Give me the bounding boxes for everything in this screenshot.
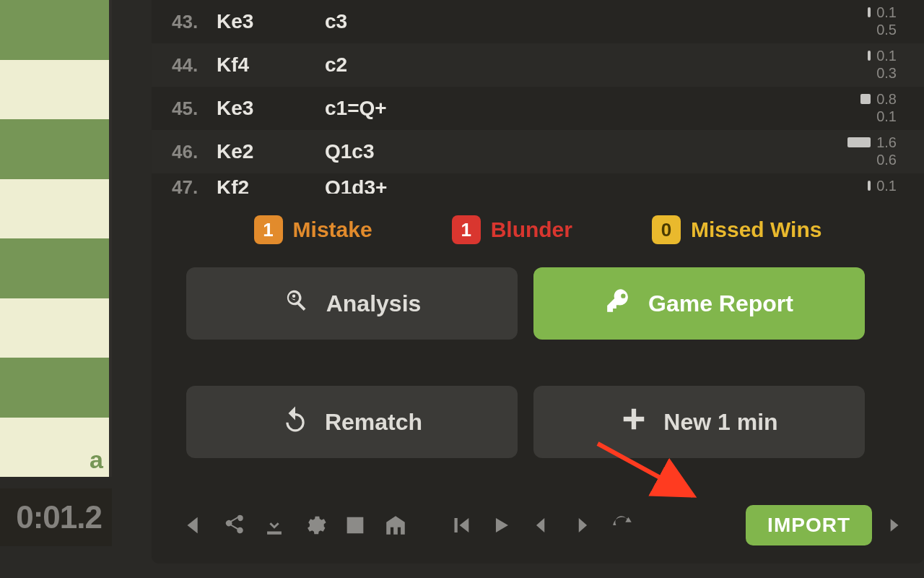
- black-move[interactable]: Q1d3+: [325, 176, 387, 194]
- analysis-button[interactable]: Analysis: [186, 267, 518, 340]
- move-row[interactable]: 45.Ke3c1=Q+0.80.1: [152, 87, 924, 130]
- game-report-label: Game Report: [648, 290, 793, 317]
- missed-count: 0: [652, 215, 681, 244]
- eval-value: 0.1: [876, 108, 897, 124]
- blunder-label: Blunder: [491, 217, 572, 242]
- key-icon: [605, 287, 632, 320]
- square[interactable]: [0, 60, 109, 120]
- next-move-icon[interactable]: [562, 508, 602, 543]
- import-label: IMPORT: [767, 514, 850, 536]
- blunder-chip[interactable]: 1 Blunder: [452, 215, 572, 244]
- nav-prev-icon[interactable]: [173, 508, 214, 543]
- import-button[interactable]: IMPORT: [746, 505, 872, 545]
- blunder-count: 1: [452, 215, 481, 244]
- play-icon[interactable]: [481, 508, 521, 543]
- square[interactable]: [0, 298, 109, 358]
- analysis-label: Analysis: [326, 290, 422, 317]
- square[interactable]: [0, 0, 109, 60]
- magnify-icon: [283, 287, 310, 320]
- new-game-label: New 1 min: [663, 409, 777, 436]
- white-move[interactable]: Ke3: [217, 97, 325, 120]
- white-move[interactable]: Kf2: [217, 176, 325, 194]
- undo-icon: [282, 405, 309, 439]
- square[interactable]: [0, 119, 109, 179]
- square[interactable]: [0, 179, 109, 239]
- mistake-chip[interactable]: 1 Mistake: [254, 215, 372, 244]
- eval-column: 0.80.1: [860, 91, 897, 124]
- white-move[interactable]: Ke2: [217, 140, 325, 163]
- clock: 0:01.2: [0, 488, 112, 546]
- first-move-icon[interactable]: [440, 508, 481, 543]
- gear-icon[interactable]: [295, 508, 335, 543]
- eval-bar: [868, 181, 871, 191]
- eval-value: 0.1: [876, 48, 897, 64]
- square[interactable]: a: [0, 418, 109, 478]
- move-number: 46.: [172, 141, 217, 163]
- black-move[interactable]: Q1c3: [325, 140, 375, 163]
- white-move[interactable]: Kf4: [217, 53, 325, 77]
- black-move[interactable]: c1=Q+: [325, 97, 387, 120]
- move-number: 45.: [172, 98, 217, 120]
- file-label: a: [90, 446, 103, 474]
- eval-value: 0.1: [876, 178, 897, 194]
- game-report-button[interactable]: Game Report: [533, 267, 865, 340]
- eval-column: 1.60.6: [847, 134, 897, 168]
- black-move[interactable]: c2: [325, 53, 347, 77]
- mistake-label: Mistake: [293, 217, 372, 242]
- eval-bar: [847, 137, 871, 147]
- missed-label: Missed Wins: [691, 217, 821, 242]
- prev-move-icon[interactable]: [521, 508, 562, 543]
- move-list[interactable]: 43.Ke3c30.10.544.Kf4c20.10.345.Ke3c1=Q+0…: [152, 0, 924, 194]
- mistake-count: 1: [254, 215, 283, 244]
- clock-time: 0:01.2: [16, 499, 102, 535]
- library-icon[interactable]: [375, 508, 416, 543]
- missed-chip[interactable]: 0 Missed Wins: [652, 215, 821, 244]
- move-number: 47.: [172, 176, 217, 194]
- move-number: 43.: [172, 11, 217, 33]
- download-icon[interactable]: [254, 508, 295, 543]
- eval-value: 0.8: [876, 91, 897, 107]
- eval-column: 0.10.5: [868, 4, 897, 38]
- eval-bar: [868, 7, 871, 17]
- panel-next-icon[interactable]: [876, 504, 911, 546]
- eval-column: 0.10.3: [868, 48, 897, 81]
- rematch-label: Rematch: [325, 409, 422, 436]
- eval-bar: [868, 51, 871, 61]
- move-row[interactable]: 43.Ke3c30.10.5: [152, 0, 924, 43]
- white-move[interactable]: Ke3: [217, 10, 325, 33]
- eval-value: 0.1: [876, 4, 897, 20]
- move-row[interactable]: 46.Ke2Q1c31.60.6: [152, 130, 924, 173]
- go-icon[interactable]: [335, 508, 375, 543]
- eval-bar: [860, 94, 871, 104]
- eval-value: 1.6: [876, 134, 897, 150]
- summary-row: 1 Mistake 1 Blunder 0 Missed Wins: [152, 212, 924, 247]
- share-icon[interactable]: [214, 508, 254, 543]
- eval-value: 0.5: [876, 22, 897, 38]
- rematch-button[interactable]: Rematch: [186, 386, 518, 458]
- board-file-a: a: [0, 0, 112, 477]
- eval-column: 0.1: [868, 178, 897, 194]
- square[interactable]: [0, 358, 109, 418]
- move-row[interactable]: 44.Kf4c20.10.3: [152, 43, 924, 87]
- analysis-panel: 43.Ke3c30.10.544.Kf4c20.10.345.Ke3c1=Q+0…: [152, 0, 924, 564]
- plus-icon: [620, 405, 648, 439]
- black-move[interactable]: c3: [325, 10, 347, 33]
- move-row[interactable]: 47.Kf2Q1d3+0.1: [152, 173, 924, 194]
- move-number: 44.: [172, 54, 217, 77]
- toolbar: IMPORT: [173, 504, 872, 546]
- square[interactable]: [0, 238, 109, 298]
- refresh-icon[interactable]: [602, 508, 642, 543]
- eval-value: 0.3: [876, 65, 897, 81]
- new-game-button[interactable]: New 1 min: [533, 386, 865, 458]
- eval-value: 0.6: [876, 152, 897, 168]
